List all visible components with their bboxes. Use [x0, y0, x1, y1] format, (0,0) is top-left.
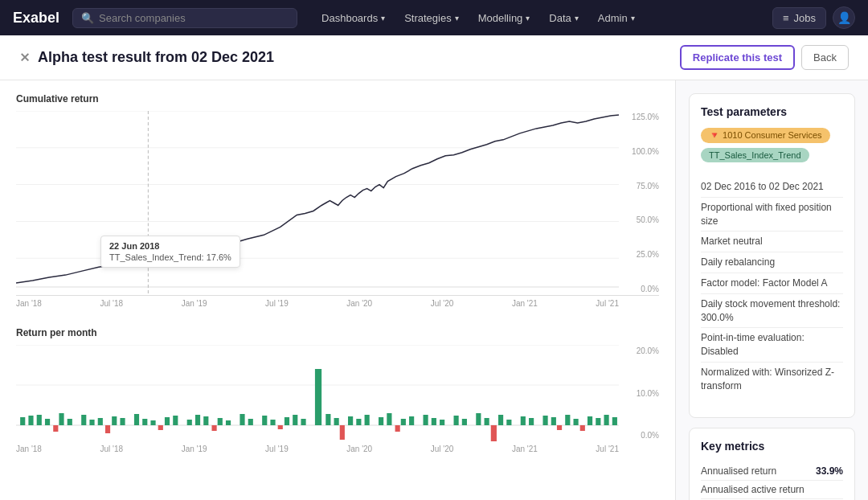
svg-rect-31 [240, 414, 244, 425]
svg-rect-70 [211, 425, 216, 431]
chevron-icon: ▾ [575, 14, 579, 23]
bar-x-jan20: Jan '20 [346, 445, 372, 453]
svg-rect-25 [173, 416, 178, 425]
back-button[interactable]: Back [801, 45, 849, 70]
svg-rect-43 [365, 415, 370, 425]
svg-rect-68 [105, 425, 110, 433]
svg-rect-62 [573, 419, 578, 425]
y-label-75: 75.0% [637, 182, 659, 191]
svg-rect-16 [81, 415, 86, 425]
svg-rect-12 [37, 415, 42, 425]
svg-rect-11 [28, 416, 33, 425]
x-label-jan20: Jan '20 [346, 299, 372, 308]
nav-data[interactable]: Data ▾ [541, 7, 586, 29]
bar-chart-section: Return per month [16, 327, 659, 453]
svg-rect-63 [588, 416, 592, 425]
x-label-jul18: Jul '18 [100, 299, 123, 308]
main-content: Cumulative return [0, 80, 868, 500]
bar-y-axis: 20.0% 10.0% 0.0% [619, 345, 659, 441]
bar-chart-title: Return per month [16, 327, 659, 338]
x-label-jul21: Jul '21 [596, 299, 619, 308]
metric-annualised-return: Annualised return 33.9% [701, 462, 843, 481]
bar-x-jul19: Jul '19 [265, 445, 289, 453]
svg-rect-37 [301, 419, 305, 425]
svg-rect-13 [45, 419, 50, 425]
svg-rect-32 [248, 419, 253, 425]
bar-x-jul20: Jul '20 [431, 445, 454, 453]
brand-logo[interactable]: Exabel [13, 10, 59, 27]
svg-rect-75 [557, 425, 562, 430]
y-label-0: 0.0% [641, 285, 659, 293]
x-label-jan18: Jan '18 [16, 299, 42, 308]
svg-rect-38 [315, 369, 321, 425]
svg-rect-39 [326, 414, 330, 425]
svg-rect-42 [356, 419, 361, 425]
svg-rect-18 [98, 418, 103, 425]
chevron-icon: ▾ [381, 14, 385, 23]
svg-rect-56 [506, 420, 511, 425]
svg-rect-60 [551, 417, 556, 425]
svg-rect-74 [491, 425, 497, 441]
x-label-jan19: Jan '19 [182, 299, 207, 308]
svg-rect-57 [521, 416, 526, 425]
bar-x-jul21: Jul '21 [596, 445, 619, 453]
svg-rect-35 [285, 417, 289, 425]
metric-annualised-active: Annualised active return [701, 481, 843, 499]
svg-rect-50 [440, 420, 444, 425]
bar-x-jul18: Jul '18 [100, 445, 123, 453]
navbar-right: ≡ Jobs 👤 [772, 6, 855, 29]
user-avatar[interactable]: 👤 [833, 6, 855, 29]
svg-rect-19 [112, 416, 117, 425]
nav-strategies[interactable]: Strategies ▾ [396, 7, 467, 29]
bar-y-label-10: 10.0% [637, 389, 659, 398]
chevron-icon: ▾ [526, 14, 530, 23]
svg-rect-45 [387, 413, 391, 425]
svg-rect-26 [187, 420, 192, 425]
tag-consumer-services[interactable]: 🔻 1010 Consumer Services [701, 128, 830, 143]
svg-rect-29 [218, 418, 223, 425]
param-rebalancing: Daily rebalancing [701, 252, 843, 273]
param-position: Proportional with fixed position size [701, 198, 843, 232]
menu-icon: ≡ [783, 12, 789, 24]
svg-rect-69 [158, 425, 163, 430]
search-bar[interactable]: 🔍 [72, 8, 297, 28]
svg-rect-72 [340, 425, 345, 440]
nav-dashboards[interactable]: Dashboards ▾ [313, 7, 393, 29]
svg-rect-17 [89, 420, 94, 425]
svg-rect-34 [270, 420, 275, 425]
svg-rect-66 [612, 417, 617, 425]
svg-rect-22 [142, 419, 147, 425]
bar-y-label-0: 0.0% [641, 431, 659, 440]
svg-rect-76 [580, 425, 585, 431]
replicate-button[interactable]: Replicate this test [680, 45, 795, 70]
sidebar-tags: 🔻 1010 Consumer Services TT_Sales_Index_… [701, 128, 843, 167]
svg-rect-28 [203, 416, 208, 425]
navbar: Exabel 🔍 Dashboards ▾ Strategies ▾ Model… [0, 0, 868, 35]
x-label-jan21: Jan '21 [512, 299, 538, 308]
page-title: Alpha test result from 02 Dec 2021 [38, 49, 274, 66]
tag-sales-index[interactable]: TT_Sales_Index_Trend [701, 148, 809, 162]
x-label-jul19: Jul '19 [265, 299, 289, 308]
svg-rect-51 [454, 416, 459, 425]
svg-rect-71 [278, 425, 283, 429]
svg-rect-21 [134, 414, 139, 425]
param-neutral: Market neutral [701, 232, 843, 252]
search-input[interactable] [99, 12, 289, 24]
nav-modelling[interactable]: Modelling ▾ [470, 7, 538, 29]
bar-y-label-20: 20.0% [637, 346, 659, 355]
cumulative-chart-section: Cumulative return [16, 93, 659, 308]
left-panel: Cumulative return [0, 80, 675, 500]
svg-rect-27 [195, 415, 200, 425]
bar-x-axis: Jan '18 Jul '18 Jan '19 Jul '19 Jan '20 … [16, 445, 659, 453]
nav-admin[interactable]: Admin ▾ [590, 7, 643, 29]
crosshair-icon: ⨯ [19, 50, 30, 65]
svg-rect-67 [53, 425, 58, 432]
bar-x-jan21: Jan '21 [512, 445, 538, 453]
jobs-button[interactable]: ≡ Jobs [772, 7, 826, 29]
svg-rect-48 [424, 415, 428, 425]
svg-rect-64 [596, 418, 600, 425]
test-params-title: Test parameters [701, 105, 843, 118]
svg-rect-49 [432, 418, 436, 425]
svg-rect-61 [565, 415, 570, 425]
test-params-card: Test parameters 🔻 1010 Consumer Services… [689, 93, 855, 418]
